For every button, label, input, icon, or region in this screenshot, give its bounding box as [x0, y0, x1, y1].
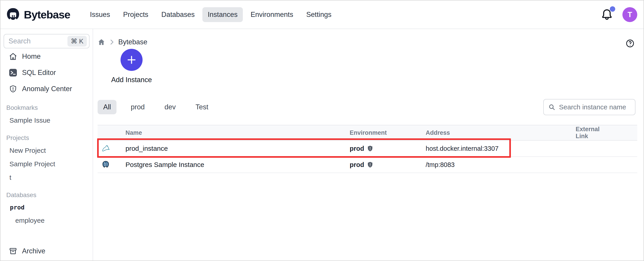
help-icon: [626, 39, 634, 48]
notification-bell-button[interactable]: [601, 9, 612, 21]
main-content: Bytebase: [93, 29, 644, 261]
sidebar-item-home[interactable]: Home: [0, 48, 93, 65]
user-avatar[interactable]: T: [622, 7, 637, 22]
sidebar-item-employee-db[interactable]: employee: [0, 214, 93, 227]
instance-environment: prod: [350, 145, 426, 152]
tab-all[interactable]: All: [98, 100, 116, 114]
app-body: ⌘ K Home SQL Editor: [0, 29, 644, 261]
postgresql-icon: [98, 160, 126, 169]
instance-search: [543, 99, 636, 115]
sidebar-item-anomaly-center[interactable]: Anomaly Center: [0, 81, 93, 97]
instance-address: /tmp:8083: [426, 161, 576, 168]
column-header-external-link: External Link: [576, 126, 637, 140]
brand-name: Bytebase: [24, 8, 70, 21]
tab-test[interactable]: Test: [190, 100, 214, 114]
environment-filter-tabs: All prod dev Test: [98, 100, 637, 115]
instance-table-header: Name Environment Address External Link: [98, 125, 637, 141]
breadcrumb-chevron-icon: [109, 39, 114, 45]
nav-item-databases[interactable]: Databases: [156, 7, 200, 22]
nav-item-instances[interactable]: Instances: [202, 7, 243, 22]
sidebar-item-prod-instance[interactable]: prod: [0, 201, 93, 214]
nav-item-issues[interactable]: Issues: [84, 7, 116, 22]
search-icon: [548, 104, 556, 111]
sidebar-item-t[interactable]: t: [0, 171, 93, 184]
bytebase-app: Bytebase Issues Projects Databases Insta…: [0, 0, 644, 261]
sidebar-item-sql-editor[interactable]: SQL Editor: [0, 65, 93, 81]
sidebar-item-label: Anomaly Center: [22, 85, 72, 93]
instance-name: Postgres Sample Instance: [126, 161, 350, 168]
bytebase-logo-icon: [6, 8, 20, 22]
breadcrumb-current[interactable]: Bytebase: [118, 38, 147, 46]
instance-environment: prod: [350, 161, 426, 168]
avatar-letter: T: [628, 10, 632, 19]
home-icon: [9, 52, 17, 61]
top-nav: Bytebase Issues Projects Databases Insta…: [0, 1, 644, 29]
instance-table: Name Environment Address External Link p…: [98, 125, 637, 173]
help-button[interactable]: [626, 39, 634, 48]
bytebase-logo[interactable]: Bytebase: [6, 8, 70, 22]
sidebar-search: ⌘ K: [4, 34, 90, 48]
instance-address: host.docker.internal:3307: [426, 145, 576, 152]
environment-name: prod: [350, 161, 364, 168]
sidebar-item-sample-project[interactable]: Sample Project: [0, 157, 93, 171]
breadcrumb: Bytebase: [98, 38, 637, 46]
shield-icon: [367, 145, 374, 152]
sidebar-item-label: Home: [22, 52, 41, 61]
nav-right: T: [601, 7, 637, 22]
add-instance-label: Add Instance: [111, 76, 152, 84]
sidebar-section-bookmarks: Bookmarks: [0, 101, 93, 114]
sidebar-item-archive[interactable]: Archive: [0, 243, 93, 259]
sidebar-item-new-project[interactable]: New Project: [0, 144, 93, 157]
notification-unread-dot: [610, 6, 615, 12]
sidebar-section-projects: Projects: [0, 131, 93, 144]
instance-search-input[interactable]: [559, 103, 630, 111]
nav-item-environments[interactable]: Environments: [245, 7, 298, 22]
sidebar-item-sample-issue[interactable]: Sample Issue: [0, 114, 93, 127]
shield-icon: [367, 161, 374, 168]
add-instance: Add Instance: [108, 49, 155, 84]
column-header-environment: Environment: [350, 129, 426, 136]
sql-editor-icon: [9, 69, 17, 77]
archive-label: Archive: [22, 247, 45, 255]
column-header-address: Address: [426, 129, 576, 136]
plus-icon: [126, 55, 137, 65]
nav-item-settings[interactable]: Settings: [301, 7, 337, 22]
add-instance-button[interactable]: [120, 49, 142, 71]
sidebar-section-databases: Databases: [0, 188, 93, 201]
instance-row-postgres-sample[interactable]: Postgres Sample Instance prod /tmp:8083: [98, 157, 637, 173]
sidebar-item-label: SQL Editor: [22, 69, 56, 77]
breadcrumb-home-icon[interactable]: [98, 38, 105, 46]
sidebar: ⌘ K Home SQL Editor: [0, 29, 93, 261]
instance-row-prod-instance[interactable]: prod_instance prod host.docker.internal:…: [98, 141, 637, 157]
archive-icon: [9, 247, 17, 255]
column-header-name: Name: [126, 129, 350, 136]
instance-name: prod_instance: [126, 145, 350, 152]
shield-alert-icon: [9, 85, 17, 93]
sidebar-search-input[interactable]: [8, 37, 68, 45]
nav-item-projects[interactable]: Projects: [118, 7, 154, 22]
tab-dev[interactable]: dev: [159, 100, 182, 114]
environment-name: prod: [350, 145, 364, 152]
tab-prod[interactable]: prod: [125, 100, 150, 114]
mysql-icon: [98, 144, 126, 153]
search-shortcut-badge: ⌘ K: [68, 36, 87, 47]
main-nav: Issues Projects Databases Instances Envi…: [84, 7, 337, 22]
